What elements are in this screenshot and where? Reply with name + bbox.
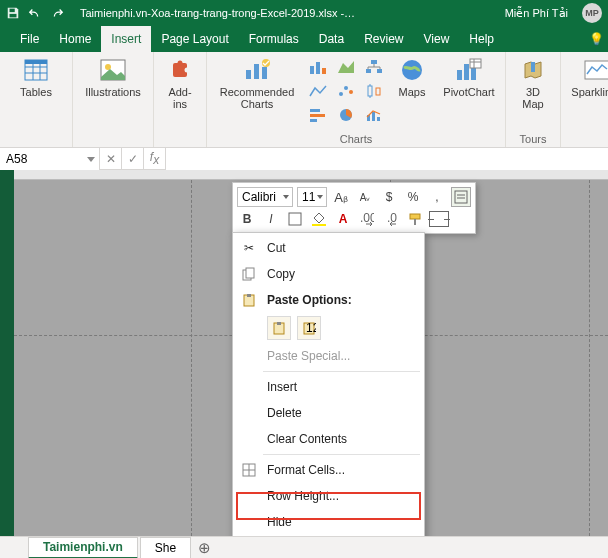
font-color-icon[interactable]: A (333, 209, 353, 229)
tab-formulas[interactable]: Formulas (239, 26, 309, 52)
svg-rect-28 (377, 69, 382, 73)
paste-default-icon[interactable] (267, 316, 291, 340)
svg-text:.0: .0 (387, 212, 397, 225)
ctx-hide[interactable]: Hide (233, 509, 424, 535)
svg-text:.00: .00 (360, 212, 374, 225)
new-sheet-button[interactable]: ⊕ (193, 539, 215, 557)
font-size-combo[interactable]: 11 (297, 187, 327, 207)
tab-page-layout[interactable]: Page Layout (151, 26, 238, 52)
document-title: Taimienphi.vn-Xoa-trang-trang-trong-Exce… (80, 7, 355, 19)
increase-font-icon[interactable]: Aᵦ (331, 187, 351, 207)
svg-rect-39 (471, 67, 476, 80)
ctx-cut[interactable]: ✂Cut (233, 235, 424, 261)
increase-decimal-icon[interactable]: .0 (381, 209, 401, 229)
borders-icon[interactable] (285, 209, 305, 229)
tab-view[interactable]: View (414, 26, 460, 52)
column-chart-icon[interactable] (307, 56, 329, 78)
column-headers[interactable] (14, 170, 608, 180)
enter-icon[interactable]: ✓ (122, 148, 144, 170)
decrease-decimal-icon[interactable]: .00 (357, 209, 377, 229)
3d-map-icon (519, 56, 547, 84)
tell-me-icon[interactable]: 💡 (589, 32, 604, 46)
ctx-row-height[interactable]: Row Height... (233, 483, 424, 509)
percent-button[interactable]: % (403, 187, 423, 207)
svg-rect-32 (376, 88, 380, 95)
svg-point-11 (185, 68, 190, 73)
separator (263, 371, 420, 372)
fill-color-icon[interactable] (309, 209, 329, 229)
context-menu: ✂Cut Copy Paste Options: 123 Paste Speci… (232, 232, 425, 558)
svg-point-10 (178, 61, 183, 66)
ctx-copy[interactable]: Copy (233, 261, 424, 287)
svg-rect-35 (377, 117, 380, 121)
addins-button[interactable]: Add- ins (160, 56, 200, 110)
tab-help[interactable]: Help (459, 26, 504, 52)
undo-icon[interactable] (28, 6, 42, 20)
line-chart-icon[interactable] (307, 80, 329, 102)
format-painter-icon[interactable] (405, 209, 425, 229)
font-combo[interactable]: Calibri (237, 187, 293, 207)
ctx-paste-options: Paste Options: (233, 287, 424, 313)
maps-button[interactable]: Maps (391, 56, 433, 98)
pictures-icon (99, 56, 127, 84)
ctx-insert[interactable]: Insert (233, 374, 424, 400)
scatter-chart-icon[interactable] (335, 80, 357, 102)
format-button[interactable] (451, 187, 471, 207)
svg-rect-38 (464, 64, 469, 80)
chart-types-col3 (363, 56, 385, 126)
merge-center-icon[interactable] (429, 209, 449, 229)
svg-rect-13 (254, 64, 259, 79)
svg-text:123: 123 (306, 321, 316, 335)
comma-button[interactable]: , (427, 187, 447, 207)
mini-toolbar: Calibri 11 Aᵦ Aᵥ $ % , B I A .00 .0 (232, 182, 476, 234)
svg-rect-21 (310, 119, 317, 122)
currency-button[interactable]: $ (379, 187, 399, 207)
ctx-clear-contents[interactable]: Clear Contents (233, 426, 424, 452)
area-chart-icon[interactable] (335, 56, 357, 78)
combo-chart-icon[interactable] (363, 104, 385, 126)
tab-file[interactable]: File (10, 26, 49, 52)
tab-review[interactable]: Review (354, 26, 413, 52)
statistic-chart-icon[interactable] (363, 80, 385, 102)
pie-chart-icon[interactable] (335, 104, 357, 126)
svg-rect-29 (368, 86, 372, 96)
name-box[interactable]: A58 (0, 148, 100, 170)
tab-data[interactable]: Data (309, 26, 354, 52)
ribbon-tabs: File Home Insert Page Layout Formulas Da… (0, 26, 608, 52)
pivotchart-icon (455, 56, 483, 84)
tab-insert[interactable]: Insert (101, 26, 151, 52)
formula-input[interactable] (166, 148, 608, 170)
redo-icon[interactable] (50, 6, 64, 20)
row-headers-selected[interactable] (0, 170, 14, 536)
cancel-icon[interactable]: ✕ (100, 148, 122, 170)
paste-values-icon[interactable]: 123 (297, 316, 321, 340)
svg-rect-0 (10, 9, 15, 13)
fx-icon[interactable]: fx (144, 148, 166, 170)
decrease-font-icon[interactable]: Aᵥ (355, 187, 375, 207)
italic-button[interactable]: I (261, 209, 281, 229)
pivotchart-button[interactable]: PivotChart (439, 56, 499, 98)
tables-button[interactable]: Tables (6, 56, 66, 98)
svg-rect-18 (322, 68, 326, 74)
svg-rect-12 (246, 70, 251, 79)
recommended-charts-button[interactable]: Recommended Charts (213, 56, 301, 110)
svg-rect-34 (372, 112, 375, 121)
bar-chart-icon[interactable] (307, 104, 329, 126)
sparklines-button[interactable]: Sparklines (567, 56, 608, 98)
sheet-tab-2[interactable]: She (140, 537, 191, 559)
3d-map-button[interactable]: 3D Map (512, 56, 554, 110)
user-name[interactable]: Miễn Phí Tải (505, 7, 568, 20)
ctx-paste-special[interactable]: Paste Special... (233, 343, 424, 369)
format-cells-icon (241, 462, 257, 478)
ctx-delete[interactable]: Delete (233, 400, 424, 426)
tab-home[interactable]: Home (49, 26, 101, 52)
copy-icon (241, 266, 257, 282)
hierarchy-chart-icon[interactable] (363, 56, 385, 78)
sheet-tab-1[interactable]: Taimienphi.vn (28, 537, 138, 559)
ctx-format-cells[interactable]: Format Cells... (233, 457, 424, 483)
save-icon[interactable] (6, 6, 20, 20)
avatar[interactable]: MP (582, 3, 602, 23)
bold-button[interactable]: B (237, 209, 257, 229)
svg-rect-7 (25, 60, 47, 64)
illustrations-button[interactable]: Illustrations (79, 56, 147, 98)
